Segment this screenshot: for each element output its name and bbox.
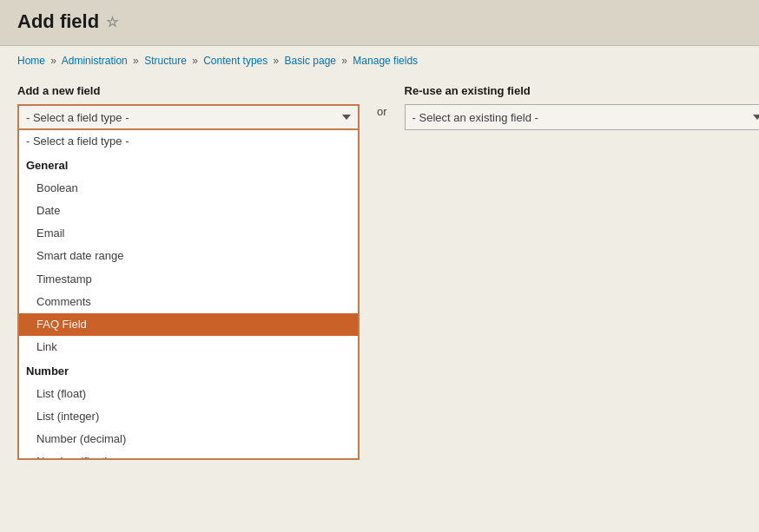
dropdown-group-number: Number <box>19 358 358 383</box>
field-type-dropdown[interactable]: - Select a field type - General Boolean … <box>17 130 360 460</box>
existing-field-select-text: - Select an existing field - <box>412 111 538 124</box>
reuse-field-section: Re-use an existing field - Select an exi… <box>405 84 759 130</box>
existing-field-select-wrapper: - Select an existing field - <box>405 104 759 130</box>
dropdown-item-timestamp[interactable]: Timestamp <box>19 268 358 291</box>
dropdown-item-list-integer[interactable]: List (integer) <box>19 405 358 428</box>
breadcrumb-sep-0: » <box>50 55 56 67</box>
dropdown-item-link[interactable]: Link <box>19 336 358 358</box>
breadcrumb-sep-4: » <box>341 55 347 67</box>
existing-dropdown-arrow-icon <box>753 115 759 120</box>
page-title-text: Add field <box>17 10 99 33</box>
breadcrumb-sep-3: » <box>274 55 280 67</box>
existing-field-select-trigger[interactable]: - Select an existing field - <box>405 104 759 130</box>
breadcrumb-basic-page[interactable]: Basic page <box>285 55 336 67</box>
page-header: Add field ☆ <box>0 0 759 46</box>
reuse-field-label: Re-use an existing field <box>405 84 759 97</box>
breadcrumb-home[interactable]: Home <box>17 55 45 67</box>
or-label: or <box>370 105 394 118</box>
dropdown-item-list-float[interactable]: List (float) <box>19 383 358 405</box>
page-wrapper: Add field ☆ Home » Administration » Stru… <box>0 0 759 532</box>
dropdown-item-faq-field[interactable]: FAQ Field <box>19 313 358 336</box>
dropdown-item-smart-date-range[interactable]: Smart date range <box>19 245 358 267</box>
add-new-field-section: Add a new field - Select a field type - … <box>17 84 360 130</box>
dropdown-arrow-icon <box>342 115 351 120</box>
breadcrumb-sep-1: » <box>133 55 139 67</box>
breadcrumb: Home » Administration » Structure » Cont… <box>17 55 742 67</box>
dropdown-item-date[interactable]: Date <box>19 200 358 222</box>
fields-row: Add a new field - Select a field type - … <box>17 84 742 130</box>
field-type-select-wrapper: - Select a field type - - Select a field… <box>17 104 360 130</box>
main-content: Add a new field - Select a field type - … <box>0 67 759 148</box>
dropdown-group-general: General <box>19 153 358 177</box>
breadcrumb-structure[interactable]: Structure <box>144 55 187 67</box>
breadcrumb-administration[interactable]: Administration <box>62 55 128 67</box>
breadcrumb-sep-2: » <box>192 55 198 67</box>
add-new-field-label: Add a new field <box>17 84 360 97</box>
breadcrumb-manage-fields[interactable]: Manage fields <box>353 55 418 67</box>
dropdown-item-number-float[interactable]: Number (float) <box>19 450 358 460</box>
star-icon[interactable]: ☆ <box>106 14 118 30</box>
dropdown-item-number-decimal[interactable]: Number (decimal) <box>19 428 358 450</box>
page-title: Add field ☆ <box>17 10 742 33</box>
field-type-select-text: - Select a field type - <box>26 111 129 124</box>
breadcrumb-content-types[interactable]: Content types <box>203 55 267 67</box>
dropdown-item-comments[interactable]: Comments <box>19 291 358 313</box>
dropdown-placeholder[interactable]: - Select a field type - <box>19 130 358 153</box>
dropdown-item-email[interactable]: Email <box>19 222 358 245</box>
dropdown-item-boolean[interactable]: Boolean <box>19 177 358 200</box>
field-type-select-trigger[interactable]: - Select a field type - <box>17 104 360 130</box>
